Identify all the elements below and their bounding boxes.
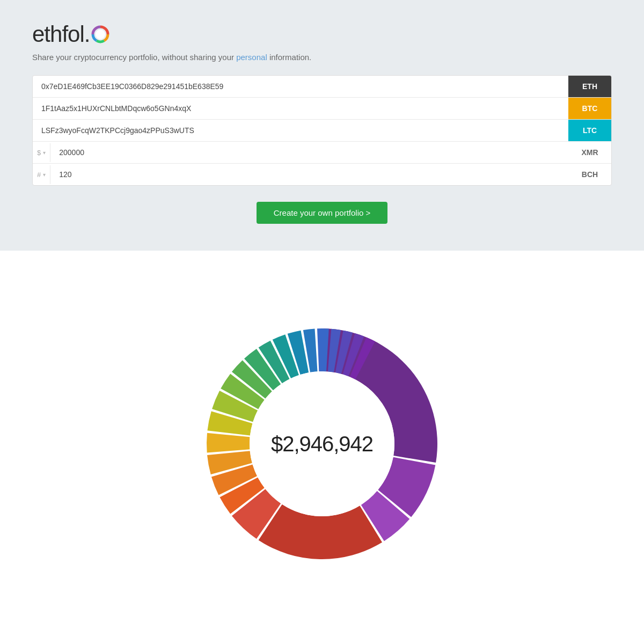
xmr-amount-input[interactable] [50,142,568,163]
wallet-input-card: ETH BTC LTC $ ▾ XMR # ▾ BCH [32,75,612,186]
btc-row: BTC [33,98,611,120]
tagline: Share your cryptocurrency portfolio, wit… [32,53,612,62]
eth-row: ETH [33,76,611,98]
btc-address-input[interactable] [33,98,568,119]
xmr-badge: XMR [568,142,611,163]
dollar-prefix: $ ▾ [33,143,50,162]
ltc-address-input[interactable] [33,120,568,141]
logo-icon [91,25,110,44]
donut-svg [156,277,488,610]
btc-badge: BTC [568,98,611,119]
bch-amount-input[interactable] [50,164,568,185]
site-logo: ethfol. [32,21,612,47]
svg-point-2 [250,371,394,516]
bch-row: # ▾ BCH [33,164,611,185]
dollar-symbol: $ [37,149,41,157]
create-portfolio-button[interactable]: Create your own portfolio > [257,202,388,224]
create-button-wrapper: Create your own portfolio > [32,196,612,235]
hash-symbol: # [37,171,41,179]
hash-prefix: # ▾ [33,165,50,184]
donut-chart: $2,946,942 [156,277,488,610]
chevron-down-icon: ▾ [43,150,46,156]
chevron-down-icon-2: ▾ [43,172,46,178]
bch-badge: BCH [568,164,611,185]
xmr-row: $ ▾ XMR [33,142,611,164]
eth-badge: ETH [568,76,611,97]
logo-text: ethfol. [32,21,90,47]
ltc-row: LTC [33,120,611,142]
eth-address-input[interactable] [33,76,568,97]
ltc-badge: LTC [568,120,611,141]
svg-point-1 [96,30,105,39]
chart-section: $2,946,942 [0,251,644,644]
